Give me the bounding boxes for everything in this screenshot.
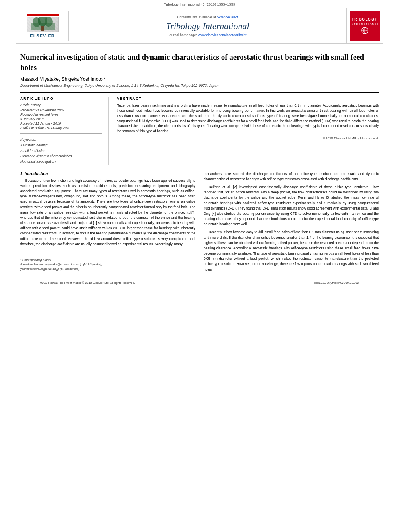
- body-two-col: 1. Introduction Because of their low fri…: [20, 171, 379, 275]
- body-col-left: 1. Introduction Because of their low fri…: [20, 171, 195, 275]
- keyword-1: Aerostatic bearing: [20, 143, 102, 148]
- keyword-2: Small feed holes: [20, 148, 102, 154]
- divider-1: [20, 133, 102, 134]
- footnote-area: * Corresponding author. E-mail addresses…: [20, 255, 195, 271]
- footer-bar: 0301-679X/$ - see front matter © 2010 El…: [20, 279, 379, 286]
- header-center: Contents lists available at ScienceDirec…: [69, 11, 346, 41]
- homepage-link[interactable]: www.elsevier.com/locate/triboint: [198, 33, 246, 37]
- page-wrapper: Tribology International 43 (2010) 1353–1…: [0, 0, 399, 294]
- badge-title-line1: TRIBOLOGY: [352, 17, 377, 22]
- article-info-heading: ARTICLE INFO: [20, 97, 102, 101]
- header-left: ELSEVIER: [16, 11, 69, 41]
- right-para-3: Recently, it has become easy to drill sm…: [204, 230, 379, 272]
- elsevier-text: ELSEVIER: [30, 33, 55, 38]
- header-right: TRIBOLOGY INTERNATIONAL: [346, 8, 383, 43]
- history-label: Article history:: [20, 103, 102, 107]
- footnote-3: yoshimoto@rs.kagu.tus.ac.jp (S. Yoshimot…: [20, 267, 195, 271]
- svg-point-2: [38, 17, 47, 26]
- article-info-col: ARTICLE INFO Article history: Received 2…: [20, 97, 109, 164]
- copyright-line: © 2010 Elsevier Ltd. All rights reserved…: [117, 136, 379, 140]
- tribology-badge: TRIBOLOGY INTERNATIONAL: [350, 11, 380, 41]
- badge-title-line2: INTERNATIONAL: [350, 23, 380, 25]
- svg-rect-4: [41, 26, 44, 31]
- footer-issn: 0301-679X/$ - see front matter © 2010 El…: [40, 281, 135, 285]
- sciencedirect-link[interactable]: ScienceDirect: [217, 15, 238, 19]
- article-content: Numerical investigation of static and dy…: [0, 44, 399, 294]
- keyword-3: Static and dynamic characteristics: [20, 154, 102, 159]
- abstract-heading: ABSTRACT: [117, 97, 379, 101]
- keywords-section: Keywords: Aerostatic bearing Small feed …: [20, 138, 102, 164]
- right-para-1: researchers have studied the discharge c…: [204, 171, 379, 182]
- history-item-2: Received in revised form: [20, 113, 102, 117]
- info-abstract-section: ARTICLE INFO Article history: Received 2…: [20, 92, 379, 164]
- elsevier-logo: ELSEVIER: [27, 14, 59, 38]
- right-para-2: Belforte et al. [2] investigated experim…: [204, 185, 379, 227]
- journal-ref-text: Tribology International 43 (2010) 1353–1…: [164, 2, 235, 6]
- keyword-4: Numerical investigation: [20, 159, 102, 165]
- abstract-text: Recently, laser beam machining and micro…: [117, 103, 379, 134]
- author-affiliation: Department of Mechanical Engineering, To…: [20, 84, 379, 88]
- history-item-1: Received 21 November 2009: [20, 108, 102, 112]
- history-item-4: Accepted 11 January 2010: [20, 121, 102, 125]
- elsevier-tree-image: [27, 17, 59, 32]
- article-title: Numerical investigation of static and dy…: [20, 52, 379, 72]
- contents-available: Contents lists available at ScienceDirec…: [77, 15, 338, 19]
- abstract-col: ABSTRACT Recently, laser beam machining …: [117, 97, 379, 164]
- footnote-1: * Corresponding author.: [20, 258, 195, 262]
- history-item-5: Available online 18 January 2010: [20, 126, 102, 130]
- svg-rect-0: [31, 23, 55, 30]
- svg-point-3: [45, 17, 53, 27]
- footer-doi: doi:10.1016/j.triboint.2010.01.002: [314, 281, 359, 285]
- section1-title: 1. Introduction: [20, 171, 195, 176]
- header-box: ELSEVIER Contents lists available at Sci…: [16, 8, 383, 44]
- article-authors: Masaaki Miyatake, Shigeka Yoshimoto *: [20, 76, 379, 82]
- keywords-label: Keywords:: [20, 138, 102, 142]
- journal-title-header: Tribology International: [77, 21, 338, 31]
- svg-point-1: [33, 17, 41, 27]
- logo-stripe: [27, 14, 59, 16]
- footnote-2: E-mail addresses: miyatake@rs.kagu.tus.a…: [20, 262, 195, 267]
- history-item-3: 9 January 2010: [20, 117, 102, 121]
- intro-paragraph-1: Because of their low friction and high a…: [20, 178, 195, 247]
- body-col-right: researchers have studied the discharge c…: [204, 171, 379, 275]
- journal-ref-bar: Tribology International 43 (2010) 1353–1…: [0, 0, 399, 8]
- journal-homepage: journal homepage: www.elsevier.com/locat…: [77, 33, 338, 37]
